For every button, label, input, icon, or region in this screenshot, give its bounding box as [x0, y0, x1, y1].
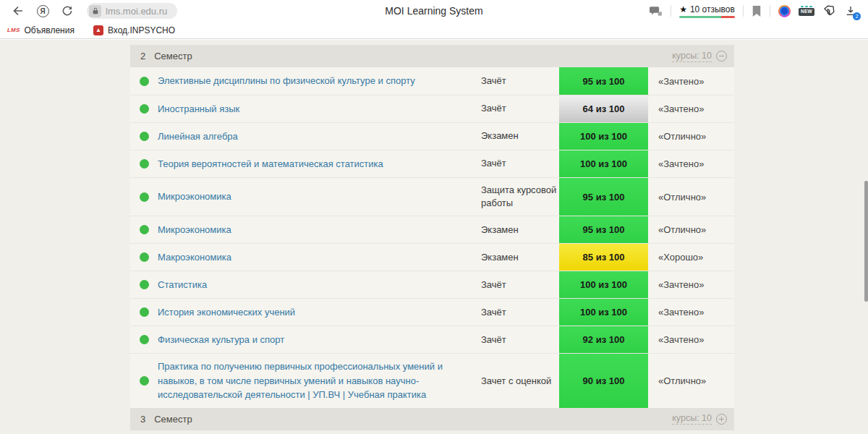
grade-text: «Отлично» [648, 354, 734, 408]
course-link[interactable]: Микроэкономика [158, 190, 231, 204]
semester-2-header: 2 Семестр курсы: 10 [130, 45, 734, 67]
page-content: 2 Семестр курсы: 10 Элективные дисциплин… [0, 40, 868, 434]
chat-icon[interactable] [649, 5, 663, 17]
semester-label: Семестр [154, 51, 192, 61]
course-link[interactable]: Физическая культура и спорт [158, 333, 284, 347]
score-badge: 92 из 100 [559, 326, 648, 353]
bookmark-announcements[interactable]: LMS Объявления [7, 25, 75, 35]
status-cell [130, 244, 158, 271]
yandex-logo-icon: Я [37, 5, 49, 17]
course-link[interactable]: История экономических учений [158, 305, 295, 320]
table-row: МакроэкономикаЭкзамен85 из 100«Хорошо» [130, 243, 734, 271]
grade-text: «Зачтено» [648, 95, 734, 122]
download-count-badge: 2 [853, 12, 861, 20]
table-row: История экономических ученийЗачёт100 из … [130, 298, 734, 326]
score-badge: 90 из 100 [559, 354, 648, 408]
courses-count-link[interactable]: курсы: 10 [672, 51, 712, 62]
assessment-type: Зачёт [481, 95, 559, 122]
courses-count-link[interactable]: курсы: 10 [672, 413, 712, 425]
yandex-button[interactable]: Я [33, 1, 52, 20]
grade-text: «Зачтено» [648, 326, 734, 353]
inpsycho-favicon: ▲ [93, 25, 103, 35]
url-text[interactable]: lms.moi.edu.ru [106, 6, 167, 17]
status-cell [130, 150, 158, 177]
grade-text: «Зачтено» [648, 271, 734, 298]
assessment-type: Зачет с оценкой [481, 354, 559, 408]
grades-rows: Элективные дисциплины по физической куль… [130, 67, 734, 408]
status-cell [130, 299, 158, 326]
table-row: Теория вероятностей и математическая ста… [130, 150, 734, 177]
table-row: МикроэкономикаЭкзамен95 из 100«Отлично» [130, 216, 734, 243]
extension-browser-icon[interactable] [778, 5, 791, 17]
completed-dot-icon [140, 307, 149, 317]
back-button[interactable] [9, 1, 27, 20]
grade-text: «Зачтено» [648, 67, 734, 95]
grade-text: «Отлично» [648, 216, 734, 243]
table-row: Практика по получению первичных професси… [130, 353, 734, 408]
table-row: Иностранный языкЗачёт64 из 100«Зачтено» [130, 95, 734, 122]
completed-dot-icon [140, 376, 149, 386]
assessment-type: Зачёт [481, 150, 559, 177]
completed-dot-icon [140, 132, 149, 141]
course-link[interactable]: Иностранный язык [158, 102, 239, 116]
extension-new-icon[interactable]: NEW [799, 6, 814, 16]
scrollbar-thumb[interactable] [864, 181, 868, 302]
status-cell [130, 326, 158, 353]
semester-3-toggle[interactable]: курсы: 10 [672, 413, 727, 425]
reviews-rating-bar [679, 16, 735, 18]
course-link[interactable]: Статистика [158, 278, 207, 292]
reviews-label: 10 отзывов [690, 4, 735, 14]
ssl-lock-icon[interactable] [89, 5, 101, 17]
grades-table: 2 Семестр курсы: 10 Элективные дисциплин… [130, 45, 734, 430]
collapse-minus-icon[interactable] [716, 51, 727, 61]
semester-number: 3 [140, 414, 145, 425]
table-row: МикроэкономикаЗащита курсовой работы95 и… [130, 177, 734, 216]
completed-dot-icon [140, 104, 149, 114]
course-link[interactable]: Микроэкономика [158, 223, 231, 237]
table-row: Линейная алгебраЭкзамен100 из 100«Отличн… [130, 122, 734, 150]
bookmark-label: Вход.INPSYCHO [108, 25, 175, 35]
course-name-cell: Макроэкономика [158, 244, 481, 271]
assessment-type: Защита курсовой работы [481, 178, 559, 216]
bookmarks-bar: LMS Объявления ▲ Вход.INPSYCHO [0, 22, 868, 39]
course-link[interactable]: Теория вероятностей и математическая ста… [158, 157, 383, 171]
assessment-type: Экзамен [481, 123, 559, 150]
status-cell [130, 67, 158, 95]
course-name-cell: Теория вероятностей и математическая ста… [158, 150, 481, 177]
score-badge: 100 из 100 [559, 150, 648, 177]
downloads-button[interactable]: 2 [843, 4, 858, 18]
bookmark-inpsycho[interactable]: ▲ Вход.INPSYCHO [93, 25, 175, 35]
course-link[interactable]: Макроэкономика [158, 250, 231, 265]
bookmark-label: Объявления [25, 25, 75, 35]
refresh-button[interactable] [58, 1, 77, 20]
site-reviews-button[interactable]: ★ 10 отзывов [679, 4, 735, 18]
table-row: СтатистикаЗачёт100 из 100«Зачтено» [130, 271, 734, 298]
grade-text: «Хорошо» [648, 244, 734, 271]
completed-dot-icon [140, 280, 149, 289]
course-name-cell: Микроэкономика [158, 216, 481, 243]
course-link[interactable]: Практика по получению первичных професси… [158, 359, 468, 402]
table-row: Физическая культура и спортЗачёт92 из 10… [130, 326, 734, 353]
star-icon: ★ [679, 5, 687, 14]
separator [770, 5, 770, 17]
score-badge: 100 из 100 [559, 271, 648, 298]
course-name-cell: Иностранный язык [158, 95, 481, 122]
assessment-type: Зачёт [481, 271, 559, 298]
course-name-cell: Линейная алгебра [158, 123, 481, 150]
bookmark-flag-icon[interactable] [752, 5, 762, 17]
grade-text: «Зачтено» [648, 150, 734, 177]
score-badge: 100 из 100 [559, 299, 648, 326]
expand-plus-icon[interactable] [716, 414, 727, 425]
grade-text: «Отлично» [648, 178, 734, 216]
collections-tag-icon[interactable] [822, 4, 835, 17]
completed-dot-icon [140, 252, 149, 262]
toolbar-right-cluster: ★ 10 отзывов NEW 2 [649, 4, 868, 18]
address-bar[interactable]: lms.moi.edu.ru [87, 3, 177, 19]
course-link[interactable]: Линейная алгебра [158, 129, 238, 144]
course-link[interactable]: Элективные дисциплины по физической куль… [158, 74, 415, 88]
assessment-type: Зачёт [481, 299, 559, 326]
score-badge: 95 из 100 [559, 178, 648, 216]
completed-dot-icon [140, 225, 149, 234]
semester-2-toggle[interactable]: курсы: 10 [672, 51, 727, 62]
refresh-icon [61, 4, 74, 17]
